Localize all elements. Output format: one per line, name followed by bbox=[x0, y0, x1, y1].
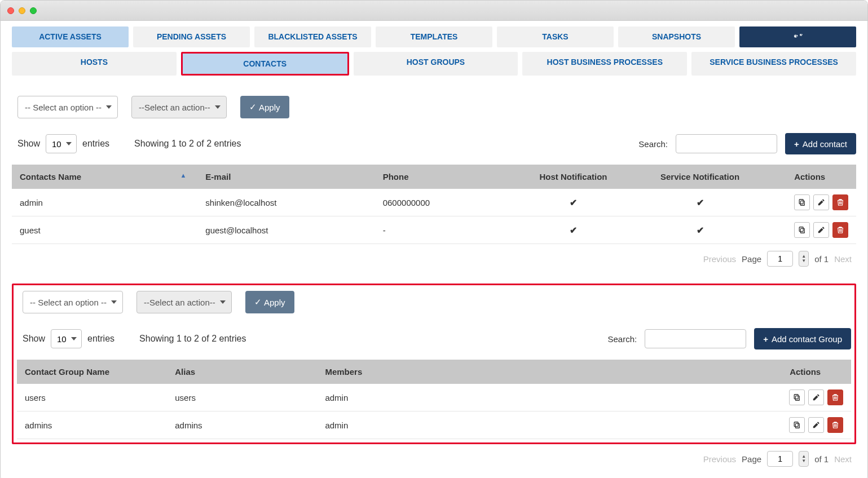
apply-label: Apply bbox=[264, 298, 285, 307]
trash-icon bbox=[831, 393, 839, 401]
minimize-icon[interactable] bbox=[19, 7, 25, 14]
edit-button[interactable] bbox=[808, 417, 824, 433]
groups-pager: Previous Page ▲▼ of 1 Next bbox=[12, 444, 856, 469]
top-tabbar: ACTIVE ASSETS PENDING ASSETS BLACKLISTED… bbox=[12, 26, 856, 47]
contacts-showing-text: Showing 1 to 2 of 2 entries bbox=[134, 139, 241, 149]
trash-icon bbox=[836, 198, 844, 206]
subtab-host-business-processes[interactable]: HOST BUSINESS PROCESSES bbox=[522, 52, 687, 76]
col-service-notification[interactable]: Service Notification bbox=[637, 165, 764, 189]
contacts-apply-button[interactable]: ✓Apply bbox=[240, 96, 289, 118]
svg-rect-7 bbox=[794, 422, 798, 427]
contacts-pager: Previous Page ▲▼ of 1 Next bbox=[12, 244, 856, 269]
tab-active-assets[interactable]: ACTIVE ASSETS bbox=[12, 26, 129, 47]
pager-page-input[interactable] bbox=[767, 251, 793, 267]
cell-alias: users bbox=[167, 384, 317, 411]
show-label: Show bbox=[23, 334, 45, 344]
contacts-search-input[interactable] bbox=[676, 134, 777, 153]
tab-templates[interactable]: TEMPLATES bbox=[376, 26, 492, 47]
sort-asc-icon: ▲ bbox=[180, 172, 186, 179]
pager-next[interactable]: Next bbox=[834, 454, 852, 464]
subtab-host-groups[interactable]: HOST GROUPS bbox=[354, 52, 518, 76]
zoom-icon[interactable] bbox=[30, 7, 37, 14]
pencil-icon bbox=[817, 226, 825, 234]
cell-phone: 0600000000 bbox=[375, 189, 510, 216]
tab-snapshots[interactable]: SNAPSHOTS bbox=[618, 26, 735, 47]
copy-icon bbox=[798, 226, 806, 234]
delete-button[interactable] bbox=[827, 390, 843, 405]
col-email[interactable]: E-mail bbox=[197, 165, 374, 189]
subtab-service-business-processes[interactable]: SERVICE BUSINESS PROCESSES bbox=[691, 52, 856, 76]
tab-settings[interactable] bbox=[739, 26, 856, 47]
edit-button[interactable] bbox=[808, 390, 824, 405]
add-contact-button[interactable]: +Add contact bbox=[785, 133, 856, 154]
delete-button[interactable] bbox=[827, 417, 843, 433]
groups-search-label: Search: bbox=[607, 334, 637, 344]
groups-showing-text: Showing 1 to 2 of 2 entries bbox=[139, 334, 246, 344]
contact-groups-table: Contact Group Name Alias Members Actions… bbox=[17, 360, 851, 439]
pager-of-text: of 1 bbox=[814, 254, 829, 264]
add-contact-group-button[interactable]: +Add contact Group bbox=[754, 328, 851, 349]
cell-email: guest@localhost bbox=[197, 216, 374, 244]
sub-tabbar: HOSTS CONTACTS HOST GROUPS HOST BUSINESS… bbox=[12, 52, 856, 76]
col-phone[interactable]: Phone bbox=[375, 165, 510, 189]
pager-previous[interactable]: Previous bbox=[703, 454, 736, 464]
contacts-pagesize-select[interactable]: 10 bbox=[46, 134, 77, 153]
contacts-action-select[interactable]: --Select an action-- bbox=[131, 96, 227, 118]
delete-button[interactable] bbox=[832, 222, 848, 238]
col-group-name[interactable]: Contact Group Name bbox=[17, 360, 167, 384]
table-row: admins admins admin bbox=[17, 411, 851, 439]
check-icon: ✓ bbox=[254, 297, 262, 307]
pager-previous[interactable]: Previous bbox=[703, 254, 736, 264]
close-icon[interactable] bbox=[7, 7, 14, 14]
groups-pagesize-select[interactable]: 10 bbox=[51, 329, 82, 348]
col-contacts-name[interactable]: Contacts Name▲ bbox=[12, 165, 197, 189]
pager-page-label: Page bbox=[742, 454, 761, 464]
copy-button[interactable] bbox=[789, 390, 805, 405]
gears-icon bbox=[793, 32, 803, 40]
groups-info-row: Show 10 entries Showing 1 to 2 of 2 entr… bbox=[17, 328, 851, 349]
cell-name: guest bbox=[12, 216, 197, 244]
pager-spinner[interactable]: ▲▼ bbox=[799, 451, 809, 467]
tab-pending-assets[interactable]: PENDING ASSETS bbox=[133, 26, 250, 47]
cell-name: admins bbox=[17, 411, 167, 439]
col-members[interactable]: Members bbox=[317, 360, 759, 384]
copy-button[interactable] bbox=[794, 194, 810, 210]
contacts-tbody: admin shinken@localhost 0600000000 ✔ ✔ g… bbox=[12, 189, 856, 244]
groups-option-select[interactable]: -- Select an option -- bbox=[23, 291, 123, 313]
cell-name: users bbox=[17, 384, 167, 411]
trash-icon bbox=[836, 226, 844, 234]
pager-spinner[interactable]: ▲▼ bbox=[799, 251, 809, 267]
edit-button[interactable] bbox=[813, 222, 829, 238]
groups-apply-button[interactable]: ✓Apply bbox=[245, 291, 294, 313]
delete-button[interactable] bbox=[832, 194, 848, 210]
add-contact-label: Add contact bbox=[803, 139, 847, 149]
contacts-search-label: Search: bbox=[638, 139, 668, 149]
col-host-notification[interactable]: Host Notification bbox=[510, 165, 637, 189]
groups-search-input[interactable] bbox=[645, 329, 746, 348]
contacts-option-select[interactable]: -- Select an option -- bbox=[17, 96, 118, 118]
copy-button[interactable] bbox=[794, 222, 810, 238]
check-icon: ✓ bbox=[249, 102, 257, 112]
pager-next[interactable]: Next bbox=[834, 254, 852, 264]
col-actions: Actions bbox=[763, 165, 856, 189]
chevron-down-icon: ▼ bbox=[801, 259, 806, 263]
check-icon: ✔ bbox=[570, 198, 577, 207]
pencil-icon bbox=[817, 198, 825, 206]
window-controls bbox=[7, 7, 37, 14]
table-row: guest guest@localhost - ✔ ✔ bbox=[12, 216, 856, 244]
svg-rect-3 bbox=[799, 227, 803, 232]
copy-button[interactable] bbox=[789, 417, 805, 433]
pager-page-input[interactable] bbox=[767, 451, 793, 467]
col-alias[interactable]: Alias bbox=[167, 360, 317, 384]
tab-tasks[interactable]: TASKS bbox=[497, 26, 614, 47]
edit-button[interactable] bbox=[813, 194, 829, 210]
tab-blacklisted-assets[interactable]: BLACKLISTED ASSETS bbox=[254, 26, 371, 47]
subtab-hosts[interactable]: HOSTS bbox=[12, 52, 177, 76]
contacts-controls: -- Select an option -- --Select an actio… bbox=[12, 96, 856, 118]
app-window: ACTIVE ASSETS PENDING ASSETS BLACKLISTED… bbox=[0, 0, 868, 478]
contact-groups-section: -- Select an option -- --Select an actio… bbox=[12, 284, 856, 444]
groups-action-select[interactable]: --Select an action-- bbox=[136, 291, 232, 313]
subtab-contacts[interactable]: CONTACTS bbox=[181, 52, 349, 76]
add-contact-group-label: Add contact Group bbox=[772, 334, 842, 344]
show-label: Show bbox=[17, 139, 40, 149]
